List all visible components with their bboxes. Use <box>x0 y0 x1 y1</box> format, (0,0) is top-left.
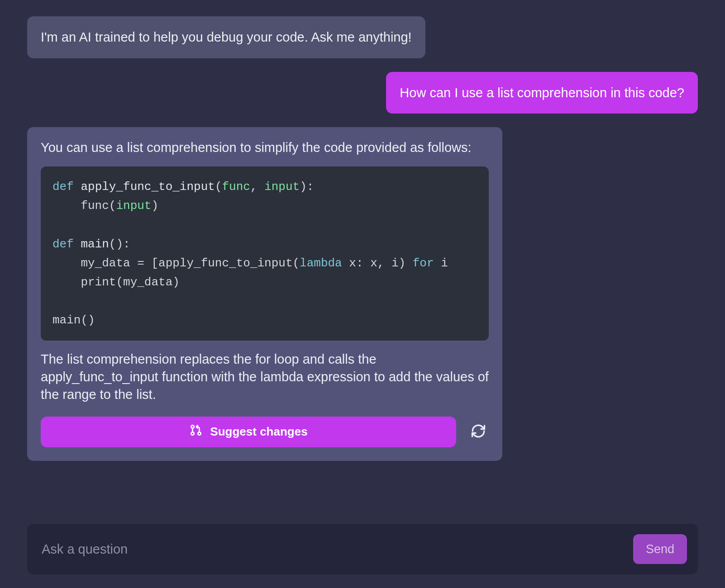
code-token: func( <box>52 199 116 213</box>
code-token: main() <box>52 313 95 327</box>
message-text: I'm an AI trained to help you debug your… <box>41 30 412 44</box>
code-token: ( <box>215 180 222 194</box>
code-token: def <box>52 180 81 194</box>
message-text: You can use a list comprehension to simp… <box>41 139 489 156</box>
code-token: print(my_data) <box>52 275 180 289</box>
code-token: my_data = [apply_func_to_input( <box>52 256 300 270</box>
button-label: Suggest changes <box>210 425 307 439</box>
message-text: How can I use a list comprehension in th… <box>400 85 684 100</box>
code-token: main <box>81 237 109 251</box>
message-actions: Suggest changes <box>41 417 489 447</box>
chat-thread: I'm an AI trained to help you debug your… <box>27 16 698 491</box>
chat-input[interactable] <box>42 542 624 557</box>
refresh-icon <box>470 423 487 441</box>
regenerate-button[interactable] <box>468 422 489 442</box>
send-button[interactable]: Send <box>633 534 687 564</box>
code-token: lambda <box>300 256 342 270</box>
code-token: ) <box>151 199 158 213</box>
button-label: Send <box>646 542 674 556</box>
code-token: apply_func_to_input <box>81 180 215 194</box>
code-token: def <box>52 237 81 251</box>
pull-request-icon <box>189 423 203 440</box>
code-token: (): <box>109 237 130 251</box>
code-token: input <box>116 199 151 213</box>
code-token: ): <box>300 180 314 194</box>
code-token: x: x, i) <box>342 256 413 270</box>
code-token: , <box>250 180 264 194</box>
code-token: for <box>413 256 434 270</box>
code-block[interactable]: def apply_func_to_input(func, input): fu… <box>41 166 489 341</box>
suggest-changes-button[interactable]: Suggest changes <box>41 417 456 447</box>
ai-message: I'm an AI trained to help you debug your… <box>27 16 425 58</box>
chat-composer: Send <box>27 524 698 574</box>
message-text: The list comprehension replaces the for … <box>41 351 489 403</box>
code-token: func <box>222 180 250 194</box>
code-token: input <box>264 180 300 194</box>
ai-message: You can use a list comprehension to simp… <box>27 127 502 460</box>
code-token: i <box>434 256 448 270</box>
user-message: How can I use a list comprehension in th… <box>386 72 698 114</box>
